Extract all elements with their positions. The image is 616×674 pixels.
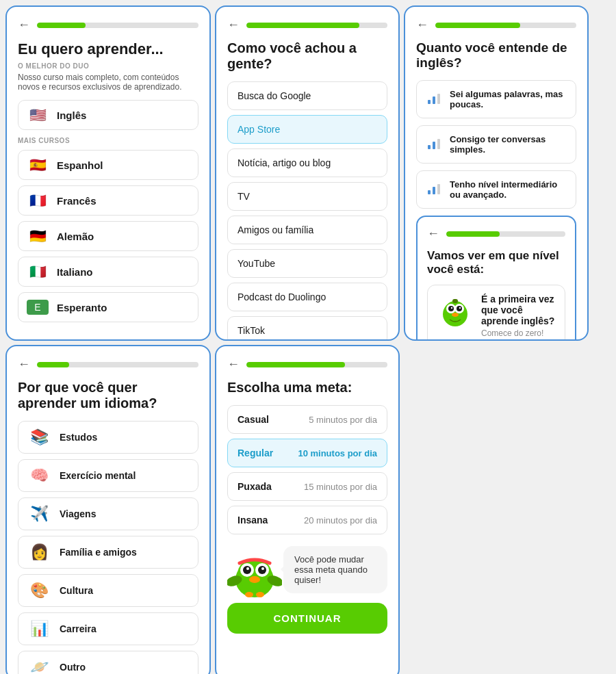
lang-espanhol[interactable]: 🇪🇸 Espanhol <box>18 150 198 180</box>
option-appstore[interactable]: App Store <box>227 115 387 144</box>
back-arrow-panel6[interactable]: ← <box>427 226 439 241</box>
progress-bar-panel4 <box>37 362 69 367</box>
back-arrow-panel2[interactable]: ← <box>227 18 240 32</box>
progress-bar-panel6 <box>446 231 500 237</box>
continue-button-panel5[interactable]: CONTINUAR <box>227 603 387 634</box>
icon-viagens: ✈️ <box>27 505 51 523</box>
bar-chart-icon-simple <box>426 135 441 154</box>
bar-chart-icon-advanced <box>426 181 441 199</box>
svg-point-14 <box>457 306 462 311</box>
goal-regular[interactable]: Regular 10 minutos por dia <box>227 439 387 467</box>
flag-frances: 🇫🇷 <box>27 193 49 208</box>
reason-text-carreira: Carreira <box>60 623 97 634</box>
svg-point-38 <box>261 567 264 570</box>
option-text-appstore: App Store <box>238 124 280 135</box>
svg-rect-5 <box>437 139 440 149</box>
flag-espanhol: 🇪🇸 <box>27 157 49 172</box>
panel2-header: ← <box>227 18 387 32</box>
svg-point-17 <box>452 313 459 317</box>
progress-bar-panel2 <box>246 23 359 28</box>
goal-change-bubble: Você pode mudar essa meta quando quiser! <box>283 546 387 593</box>
reason-familia[interactable]: 👩 Família e amigos <box>18 536 198 569</box>
option-text-google: Busca do Google <box>238 90 311 101</box>
reason-estudos[interactable]: 📚 Estudos <box>18 421 198 454</box>
svg-point-37 <box>246 567 249 570</box>
reason-exercicio[interactable]: 🧠 Exercício mental <box>18 459 198 492</box>
reason-text-viagens: Viagens <box>60 508 96 519</box>
goal-name-regular: Regular <box>238 448 273 458</box>
featured-language-ingles[interactable]: 🇺🇸 Inglês <box>18 100 198 130</box>
reason-viagens[interactable]: ✈️ Viagens <box>18 497 198 530</box>
option-amigos[interactable]: Amigos ou família <box>227 216 387 244</box>
reason-text-exercicio: Exercício mental <box>60 470 136 481</box>
more-courses-label: MAIS CURSOS <box>18 137 198 144</box>
goal-time-regular: 10 minutos por dia <box>298 448 377 458</box>
lang-alemao[interactable]: 🇩🇪 Alemão <box>18 221 198 251</box>
owl-beginner-image <box>437 294 473 329</box>
lang-italiano[interactable]: 🇮🇹 Italiano <box>18 257 198 287</box>
level-advanced[interactable]: Tenho nível intermediário ou avançado. <box>416 170 576 209</box>
goal-time-insana: 20 minutos por dia <box>304 515 377 526</box>
svg-point-16 <box>459 307 461 309</box>
level-beginner[interactable]: Sei algumas palavras, mas poucas. <box>416 80 576 118</box>
level-text-beginner: Sei algumas palavras, mas poucas. <box>450 89 566 109</box>
svg-point-15 <box>451 307 452 309</box>
panel2-title: Como você achou a gente? <box>227 40 387 72</box>
progress-bar-container-panel4 <box>37 362 198 367</box>
option-google[interactable]: Busca do Google <box>227 81 387 110</box>
option-tv[interactable]: TV <box>227 182 387 211</box>
flag-alemao: 🇩🇪 <box>27 229 49 244</box>
goal-casual[interactable]: Casual 5 minutos por dia <box>227 405 387 434</box>
goal-insana[interactable]: Insana 20 minutos por dia <box>227 506 387 534</box>
panel1-title: Eu quero aprender... <box>18 40 198 58</box>
goal-name-casual: Casual <box>238 414 269 425</box>
option-tiktok[interactable]: TikTok <box>227 316 387 341</box>
svg-rect-4 <box>433 142 435 149</box>
how-you-found-panel: ← Como você achou a gente? Busca do Goog… <box>215 5 400 341</box>
reason-carreira[interactable]: 📊 Carreira <box>18 612 198 645</box>
svg-point-43 <box>256 592 264 597</box>
back-arrow-panel3[interactable]: ← <box>416 18 428 32</box>
lang-name-frances: Francês <box>57 195 97 207</box>
level-text-advanced: Tenho nível intermediário ou avançado. <box>450 179 566 200</box>
lang-frances[interactable]: 🇫🇷 Francês <box>18 185 198 216</box>
reason-cultura[interactable]: 🎨 Cultura <box>18 574 198 607</box>
back-arrow-panel1[interactable]: ← <box>18 18 30 32</box>
icon-outro: 🪐 <box>27 658 51 674</box>
option-text-amigos: Amigos ou família <box>238 224 313 235</box>
goal-puxada[interactable]: Puxada 15 minutos por dia <box>227 472 387 501</box>
svg-rect-8 <box>437 184 440 194</box>
reason-text-estudos: Estudos <box>60 432 97 443</box>
lang-name-esperanto: Esperanto <box>57 302 107 313</box>
option-text-noticia: Notícia, artigo ou blog <box>238 157 331 168</box>
icon-exercicio: 🧠 <box>27 467 51 484</box>
progress-bar-container-panel5 <box>246 362 387 367</box>
progress-bar-container-panel3 <box>435 23 576 28</box>
lang-name-espanhol: Espanhol <box>57 159 103 171</box>
lang-name-ingles: Inglês <box>57 109 86 121</box>
svg-point-13 <box>448 306 454 311</box>
reason-outro[interactable]: 🪐 Outro <box>18 651 198 674</box>
svg-point-35 <box>243 566 251 574</box>
back-arrow-panel4[interactable]: ← <box>18 357 30 372</box>
progress-bar-panel3 <box>435 23 520 28</box>
option-noticia[interactable]: Notícia, artigo ou blog <box>227 148 387 177</box>
goal-time-casual: 5 minutos por dia <box>309 415 377 425</box>
option-podcast[interactable]: Podcast do Duolingo <box>227 283 387 311</box>
lang-esperanto[interactable]: E Esperanto <box>18 292 198 322</box>
level-simple[interactable]: Consigo ter conversas simples. <box>416 125 576 164</box>
panel1-header: ← <box>18 18 198 32</box>
svg-rect-3 <box>428 145 431 149</box>
panel5-title: Escolha uma meta: <box>227 380 387 396</box>
progress-bar-container-panel6 <box>446 231 565 237</box>
owl-beginner-option[interactable]: É a primeira vez que você aprende inglês… <box>427 285 565 341</box>
lang-name-alemao: Alemão <box>57 231 94 242</box>
back-arrow-panel5[interactable]: ← <box>227 357 240 372</box>
panel4-title: Por que você quer aprender um idioma? <box>18 380 198 411</box>
svg-rect-0 <box>428 100 431 104</box>
reason-text-outro: Outro <box>60 662 86 673</box>
panel1-desc: Nosso curso mais completo, com conteúdos… <box>18 73 198 92</box>
option-youtube[interactable]: YouTube <box>227 249 387 278</box>
why-learn-panel: ← Por que você quer aprender um idioma? … <box>5 345 211 674</box>
svg-point-42 <box>245 592 253 597</box>
